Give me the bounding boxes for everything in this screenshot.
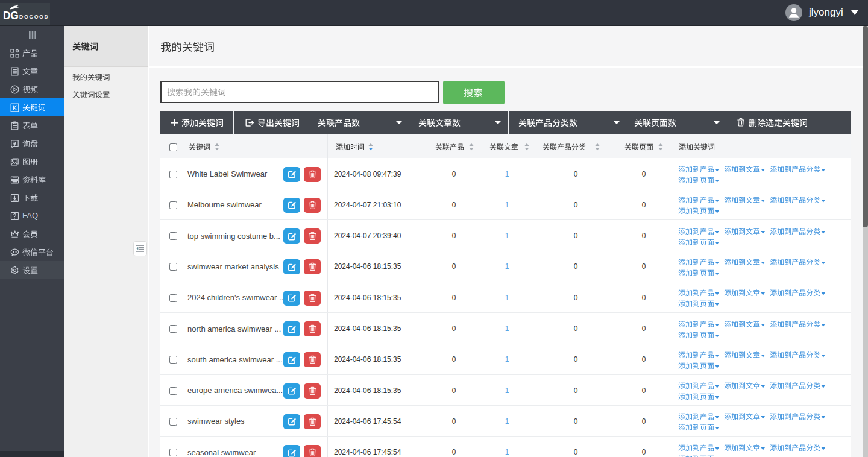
svg-text:DG: DG (3, 10, 18, 22)
svg-text:DOGOOD: DOGOOD (19, 14, 49, 20)
